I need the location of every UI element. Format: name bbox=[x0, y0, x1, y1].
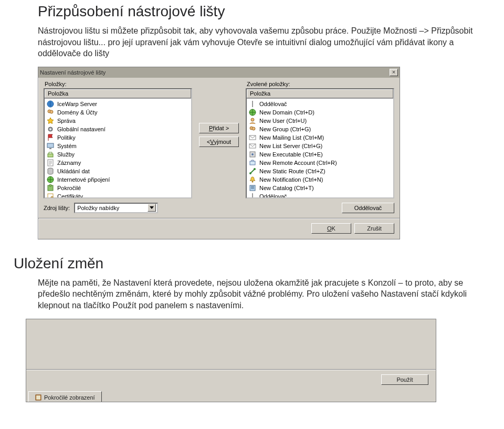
gear-icon bbox=[47, 125, 54, 133]
list-item[interactable]: New Catalog (Ctrl+T) bbox=[247, 184, 393, 192]
tab-advanced-view[interactable]: Pokročilé zobrazení bbox=[28, 391, 102, 402]
exe-icon bbox=[249, 151, 256, 158]
list-item[interactable]: Záznamy bbox=[45, 159, 191, 167]
dialog-title: Nastavení nástrojové lišty bbox=[40, 69, 390, 76]
list-item-label: New Static Route (Ctrl+Z) bbox=[259, 168, 326, 174]
selected-items-label: Zvolené položky: bbox=[247, 81, 394, 87]
remove-button-text-u: V bbox=[210, 139, 214, 145]
dialog-titlebar[interactable]: Nastavení nástrojové lišty × bbox=[38, 67, 400, 78]
list-item[interactable]: Pokročilé bbox=[45, 184, 191, 192]
list-item[interactable]: Správa bbox=[45, 117, 191, 125]
mail-icon bbox=[249, 134, 256, 141]
svg-rect-24 bbox=[250, 161, 255, 165]
available-column-header[interactable]: Položka bbox=[45, 89, 191, 99]
ok-button-u: O bbox=[327, 225, 332, 232]
ok-button[interactable]: OK bbox=[311, 223, 351, 234]
paragraph-customize-toolbar: Nástrojovou lištu si můžete přizpůsobit … bbox=[38, 25, 483, 59]
list-item-label: New Catalog (Ctrl+T) bbox=[259, 185, 314, 191]
source-label: Zdroj lišty: bbox=[44, 205, 70, 211]
svg-point-19 bbox=[252, 127, 255, 130]
toolbar-settings-dialog: Nastavení nástrojové lišty × Položky: Po… bbox=[38, 67, 400, 239]
list-item-label: New Mailing List (Ctrl+M) bbox=[259, 134, 324, 141]
separator-button[interactable]: Oddělovač bbox=[342, 203, 394, 213]
svg-rect-6 bbox=[49, 148, 51, 149]
list-item[interactable]: New Mailing List (Ctrl+M) bbox=[247, 133, 393, 142]
svg-rect-8 bbox=[48, 160, 53, 166]
svg-point-17 bbox=[251, 118, 254, 121]
source-combobox[interactable]: Položky nabídky bbox=[74, 203, 158, 213]
list-item[interactable]: Služby bbox=[45, 150, 191, 159]
list-item-label: Správa bbox=[57, 118, 76, 124]
list-item[interactable]: New Domain (Ctrl+D) bbox=[247, 108, 393, 117]
selected-items-list[interactable]: Položka OddělovačNew Domain (Ctrl+D)New … bbox=[246, 88, 394, 198]
list-item[interactable]: Certifikáty bbox=[45, 192, 191, 198]
list-item-label: New Remote Account (Ctrl+R) bbox=[259, 160, 337, 166]
list-item-label: Ukládání dat bbox=[57, 168, 90, 174]
puzzle-icon bbox=[47, 184, 54, 192]
ok-button-post: K bbox=[332, 225, 335, 232]
available-items-list[interactable]: Položka IceWarp ServerDomény & ÚčtySpráv… bbox=[44, 88, 192, 198]
service-icon bbox=[47, 151, 54, 158]
heading-customize-toolbar: Přizpůsobení nástrojové lišty bbox=[38, 3, 483, 20]
list-item[interactable]: Systém bbox=[45, 142, 191, 150]
list-item[interactable]: Politiky bbox=[45, 133, 191, 142]
list-item-label: New User (Ctrl+U) bbox=[259, 118, 307, 124]
list-item-label: IceWarp Server bbox=[57, 101, 97, 107]
separator-button-text: Oddělovač bbox=[354, 205, 382, 211]
bell-icon bbox=[249, 176, 256, 183]
svg-rect-31 bbox=[36, 395, 40, 400]
log-icon bbox=[47, 159, 54, 166]
list-item[interactable]: Ukládání dat bbox=[45, 167, 191, 175]
svg-rect-7 bbox=[48, 154, 53, 157]
flag-icon bbox=[47, 134, 54, 141]
add-button-text-u: P bbox=[209, 125, 213, 131]
svg-rect-15 bbox=[252, 101, 253, 107]
selected-column-header[interactable]: Položka bbox=[247, 89, 393, 99]
book-icon bbox=[35, 394, 41, 401]
list-item-label: Pokročilé bbox=[57, 185, 81, 191]
list-item[interactable]: Oddělovač bbox=[247, 192, 393, 198]
svg-point-14 bbox=[51, 196, 54, 198]
list-item-label: Oddělovač bbox=[259, 193, 287, 198]
svg-point-25 bbox=[249, 172, 251, 174]
cancel-button[interactable]: Zrušit bbox=[354, 223, 394, 234]
list-item-label: Domény & Účty bbox=[57, 109, 97, 116]
list-item-label: New List Server (Ctrl+G) bbox=[259, 143, 322, 149]
list-item[interactable]: New List Server (Ctrl+G) bbox=[247, 142, 393, 150]
globe-blue-icon bbox=[47, 100, 54, 108]
list-item[interactable]: New Notification (Ctrl+N) bbox=[247, 175, 393, 184]
settings-panel: Použít Pokročilé zobrazení bbox=[26, 319, 436, 402]
list-item[interactable]: New Static Route (Ctrl+Z) bbox=[247, 167, 393, 175]
svg-point-27 bbox=[252, 181, 254, 182]
list-item-label: Politiky bbox=[57, 134, 76, 141]
list-item[interactable]: Oddělovač bbox=[247, 100, 393, 108]
list-item[interactable]: New Remote Account (Ctrl+R) bbox=[247, 159, 393, 167]
user-icon bbox=[249, 117, 256, 124]
computer-icon bbox=[47, 142, 54, 150]
heading-save-changes: Uložení změn bbox=[14, 255, 483, 272]
apply-button-text: Použít bbox=[396, 376, 413, 383]
list-item[interactable]: Internetové připojení bbox=[45, 175, 191, 184]
remote-icon bbox=[249, 159, 256, 166]
list-item-label: Globální nastavení bbox=[57, 126, 106, 132]
list-item[interactable]: Domény & Účty bbox=[45, 108, 191, 117]
add-button[interactable]: Přidat > bbox=[199, 123, 239, 133]
star-icon bbox=[47, 117, 54, 124]
list-item-label: Internetové připojení bbox=[57, 176, 110, 183]
remove-button-text-post: yjmout bbox=[214, 139, 231, 145]
chevron-down-icon[interactable] bbox=[148, 204, 156, 212]
apply-button[interactable]: Použít bbox=[381, 374, 428, 385]
globe-green-icon bbox=[249, 109, 256, 116]
list-item[interactable]: IceWarp Server bbox=[45, 100, 191, 108]
list-item[interactable]: Globální nastavení bbox=[45, 125, 191, 133]
list-item-label: New Executable (Ctrl+E) bbox=[259, 151, 323, 158]
source-combobox-value: Položky nabídky bbox=[77, 205, 148, 211]
list-item-label: New Domain (Ctrl+D) bbox=[259, 109, 314, 116]
close-icon[interactable]: × bbox=[390, 69, 398, 76]
list-item[interactable]: New User (Ctrl+U) bbox=[247, 117, 393, 125]
list-item[interactable]: New Executable (Ctrl+E) bbox=[247, 150, 393, 159]
list-item[interactable]: New Group (Ctrl+G) bbox=[247, 125, 393, 133]
remove-button[interactable]: < Vyjmout bbox=[199, 137, 239, 147]
list-item-label: New Group (Ctrl+G) bbox=[259, 126, 311, 132]
tab-advanced-view-label: Pokročilé zobrazení bbox=[44, 394, 95, 401]
